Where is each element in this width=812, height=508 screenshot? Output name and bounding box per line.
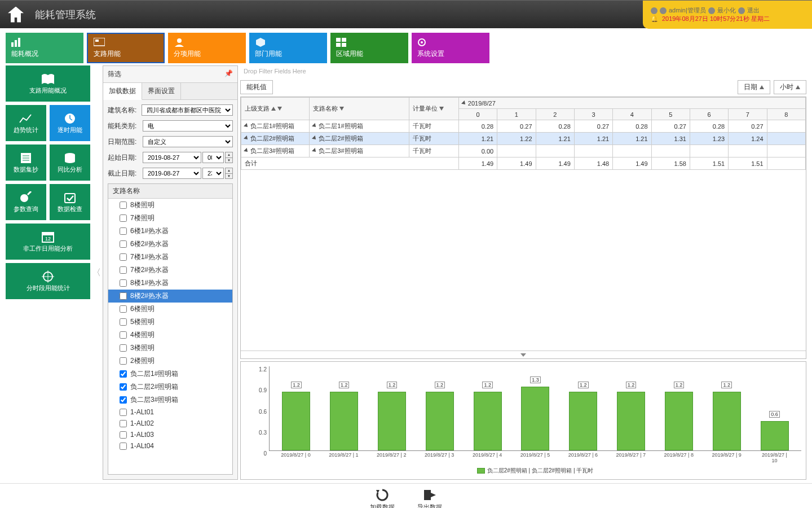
list-item[interactable]: 5楼照明 xyxy=(108,316,232,329)
nav-settings[interactable]: 系统设置 xyxy=(412,33,489,63)
svg-rect-0 xyxy=(11,42,14,47)
board-icon xyxy=(94,38,105,47)
branch-checkbox[interactable] xyxy=(120,396,127,404)
sidebar-period[interactable]: 分时段用能统计 xyxy=(6,263,90,299)
list-item[interactable]: 负二层1#照明箱 xyxy=(108,367,232,380)
svg-rect-6 xyxy=(336,38,341,42)
list-item[interactable]: 负二层3#照明箱 xyxy=(108,393,232,406)
reload-button[interactable]: 加载数据 xyxy=(370,488,395,508)
list-item[interactable]: 8楼1#热水器 xyxy=(108,277,232,290)
list-item[interactable]: 6楼1#热水器 xyxy=(108,225,232,238)
end-date-label: 截止日期: xyxy=(108,169,139,178)
exit-icon[interactable] xyxy=(738,7,745,14)
sidebar-datacheck[interactable]: 数据检查 xyxy=(50,184,90,220)
branch-checkbox[interactable] xyxy=(120,409,127,416)
date-range-select[interactable]: 自定义 xyxy=(143,136,233,147)
end-hour-spinner[interactable]: ▲▼ xyxy=(225,168,233,179)
exit-label[interactable]: 退出 xyxy=(747,6,760,15)
branch-list[interactable]: 支路名称 8楼照明7楼照明6楼1#热水器6楼2#热水器7楼1#热水器7楼2#热水… xyxy=(108,183,233,475)
start-date-input[interactable]: 2019-08-27 xyxy=(143,152,201,163)
minimize-label[interactable]: 最小化 xyxy=(717,6,736,15)
building-select[interactable]: 四川省成都市新都区中医院 xyxy=(142,104,233,116)
sidebar-hourly[interactable]: 逐时用能 xyxy=(50,105,90,141)
branch-checkbox[interactable] xyxy=(120,357,127,365)
branch-checkbox[interactable] xyxy=(120,214,127,222)
drop-hint[interactable]: Drop Filter Fields Here xyxy=(240,65,806,78)
list-item[interactable]: 7楼照明 xyxy=(108,212,232,225)
end-hour-input[interactable]: 23 xyxy=(202,168,224,179)
pin-icon[interactable]: 📌 xyxy=(224,69,233,79)
svg-rect-9 xyxy=(342,43,346,47)
tab-ui-config[interactable]: 界面设置 xyxy=(142,83,181,99)
export-button[interactable]: 导出数据 xyxy=(417,488,442,508)
branch-checkbox[interactable] xyxy=(120,443,127,450)
list-item[interactable]: 6楼照明 xyxy=(108,303,232,316)
branch-checkbox[interactable] xyxy=(120,370,127,378)
user-label: admin|管理员 xyxy=(669,6,706,15)
list-item[interactable]: 1-ALt02 xyxy=(108,418,232,429)
sidebar-yoy[interactable]: 同比分析 xyxy=(50,144,90,181)
list-item[interactable]: 4楼照明 xyxy=(108,329,232,341)
calendar-icon: 12 xyxy=(41,231,55,243)
branch-checkbox[interactable] xyxy=(120,227,127,235)
date-field-box[interactable]: 日期 xyxy=(738,80,770,94)
start-hour-input[interactable]: 00 xyxy=(202,152,224,163)
list-item[interactable]: 1-ALt03 xyxy=(108,429,232,440)
collapse-sidebar-icon[interactable]: 〈 xyxy=(92,65,100,480)
branch-checkbox[interactable] xyxy=(120,420,127,427)
date-range-label: 日期范围: xyxy=(108,137,139,147)
content-area: Drop Filter Fields Here 能耗值 日期 小时 上级支路 支… xyxy=(240,65,806,480)
branch-checkbox[interactable] xyxy=(120,318,127,326)
branch-checkbox[interactable] xyxy=(120,331,127,339)
sidebar-branch-overview[interactable]: 支路用能概况 xyxy=(6,65,90,102)
chart-icon xyxy=(11,38,23,47)
list-item[interactable]: 负二层2#照明箱 xyxy=(108,380,232,393)
pivot-grid[interactable]: 上级支路 支路名称 计量单位 2019/8/27012345678负二层1#照明… xyxy=(240,97,806,359)
sidebar-params[interactable]: 参数查询 xyxy=(6,184,46,220)
svg-rect-19 xyxy=(65,194,75,203)
branch-checkbox[interactable] xyxy=(120,253,127,261)
list-item[interactable]: 7楼1#热水器 xyxy=(108,251,232,264)
nav-dept-energy[interactable]: 部门用能 xyxy=(249,33,327,63)
list-item[interactable]: 3楼照明 xyxy=(108,341,232,354)
sidebar-nonwork[interactable]: 12非工作日用能分析 xyxy=(6,224,90,260)
list-item[interactable]: 1-ALt01 xyxy=(108,406,232,418)
value-field-box[interactable]: 能耗值 xyxy=(240,80,273,94)
target-icon xyxy=(41,270,55,283)
svg-rect-8 xyxy=(336,43,341,47)
list-item[interactable]: 2楼照明 xyxy=(108,354,232,367)
list-item[interactable]: 1-ALt04 xyxy=(108,440,232,452)
nav-overview[interactable]: 能耗概况 xyxy=(6,33,83,63)
home-icon[interactable] xyxy=(8,7,24,23)
list-item[interactable]: 8楼2#热水器 xyxy=(108,290,232,303)
nav-area-energy[interactable]: 区域用能 xyxy=(330,33,408,63)
list-item[interactable]: 6楼2#热水器 xyxy=(108,238,232,251)
sidebar-trend[interactable]: 趋势统计 xyxy=(6,105,46,141)
tab-load-data[interactable]: 加载数据 xyxy=(103,83,142,100)
branch-checkbox[interactable] xyxy=(120,305,127,313)
start-hour-spinner[interactable]: ▲▼ xyxy=(225,152,233,163)
branch-checkbox[interactable] xyxy=(120,266,127,274)
bell-icon[interactable]: 🔔 xyxy=(651,15,659,23)
branch-checkbox[interactable] xyxy=(120,279,127,287)
hour-field-box[interactable]: 小时 xyxy=(774,80,806,94)
x-axis-labels: 2019/8/27 | 02019/8/27 | 12019/8/27 | 22… xyxy=(269,451,801,465)
end-date-input[interactable]: 2019-08-27 xyxy=(143,168,201,179)
energy-type-select[interactable]: 电 xyxy=(143,120,233,132)
nav-branch-energy[interactable]: 支路用能 xyxy=(87,33,165,63)
branch-checkbox[interactable] xyxy=(120,431,127,439)
energy-type-label: 能耗类别: xyxy=(108,121,139,131)
horiz-scroll-hint[interactable] xyxy=(241,351,806,358)
list-item[interactable]: 7楼2#热水器 xyxy=(108,264,232,277)
help-icon[interactable] xyxy=(651,7,657,14)
branch-checkbox[interactable] xyxy=(120,292,127,300)
nav-subitem-energy[interactable]: 分项用能 xyxy=(168,33,246,63)
branch-checkbox[interactable] xyxy=(120,344,127,352)
minimize-icon[interactable] xyxy=(708,7,715,14)
branch-checkbox[interactable] xyxy=(120,202,127,209)
branch-checkbox[interactable] xyxy=(120,383,127,391)
sidebar-data-collect[interactable]: 数据集抄 xyxy=(6,144,46,181)
branch-checkbox[interactable] xyxy=(120,240,127,248)
list-item[interactable]: 8楼照明 xyxy=(108,199,232,212)
left-sidebar: 支路用能概况 趋势统计 逐时用能 数据集抄 同比分析 参数查询 数据检查 12非… xyxy=(6,65,90,480)
